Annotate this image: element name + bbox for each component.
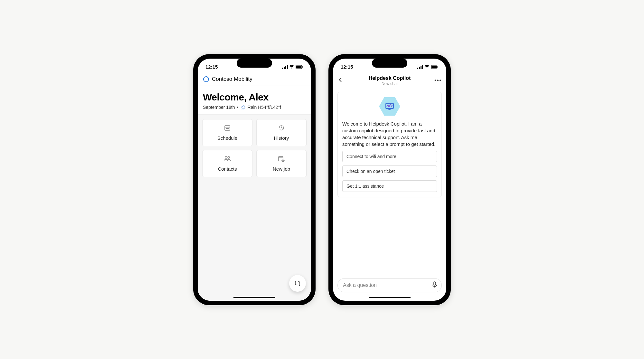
chat-header: Helpdesk Copilot New chat ••• — [333, 73, 446, 89]
phone-frame-right: 12:15 Helpdesk Copilot New chat ••• — [328, 54, 451, 305]
svg-rect-26 — [422, 65, 423, 69]
svg-point-13 — [226, 128, 227, 129]
screen-left: 12:15 Contoso Mobility Welcome, Alex Sep… — [198, 59, 311, 301]
copilot-avatar-icon — [379, 97, 400, 116]
svg-point-16 — [225, 156, 227, 158]
chat-body: Welcome to Helpdesk Copilot. I am a cust… — [333, 89, 446, 275]
microphone-icon — [432, 281, 438, 288]
chat-subtitle: New chat — [346, 81, 433, 86]
svg-rect-23 — [417, 68, 418, 69]
svg-rect-0 — [282, 68, 283, 69]
copilot-intro-text: Welcome to Helpdesk Copilot. I am a cust… — [342, 120, 437, 147]
svg-rect-2 — [285, 66, 286, 69]
tile-history[interactable]: History — [256, 119, 307, 146]
status-icons — [417, 65, 439, 69]
svg-rect-28 — [431, 66, 437, 68]
svg-point-17 — [228, 156, 230, 158]
notch — [372, 59, 407, 68]
cellular-icon — [282, 65, 288, 69]
home-indicator — [233, 297, 275, 298]
wifi-icon — [289, 65, 294, 69]
app-title: Contoso Mobility — [212, 76, 252, 82]
app-header: Contoso Mobility — [198, 73, 311, 86]
home-indicator — [369, 297, 411, 298]
tile-label: Contacts — [218, 166, 237, 172]
tile-label: Schedule — [217, 135, 238, 141]
new-job-icon — [278, 155, 285, 164]
welcome-title: Welcome, Alex — [203, 92, 306, 103]
svg-rect-24 — [419, 67, 420, 69]
cellular-icon — [417, 65, 423, 69]
prompt-assistance[interactable]: Get 1:1 assistance — [342, 180, 437, 192]
dot-separator: • — [237, 105, 239, 110]
svg-point-14 — [227, 128, 228, 129]
svg-rect-3 — [287, 65, 288, 69]
chat-input-field[interactable] — [343, 282, 429, 288]
notch — [237, 59, 272, 68]
tile-contacts[interactable]: Contacts — [202, 150, 252, 177]
copilot-intro-card: Welcome to Helpdesk Copilot. I am a cust… — [337, 92, 442, 197]
svg-rect-33 — [434, 282, 436, 285]
phone-frame-left: 12:15 Contoso Mobility Welcome, Alex Sep… — [193, 54, 316, 305]
back-button[interactable] — [337, 77, 346, 84]
svg-rect-5 — [296, 66, 302, 68]
history-icon — [278, 124, 285, 133]
status-time: 12:15 — [205, 64, 218, 70]
mic-button[interactable] — [432, 281, 438, 289]
more-button[interactable]: ••• — [433, 78, 442, 83]
status-time: 12:15 — [341, 64, 353, 70]
svg-rect-29 — [438, 66, 438, 68]
weather-text: Rain H54°f/L42°f — [248, 105, 281, 110]
svg-rect-6 — [302, 66, 303, 68]
copilot-icon — [294, 279, 301, 287]
welcome-date: September 18th — [203, 105, 235, 110]
ellipsis-icon: ••• — [434, 78, 442, 83]
svg-rect-25 — [421, 66, 421, 69]
prompt-wifi[interactable]: Connect to wifi and more — [342, 151, 437, 162]
chat-title-block: Helpdesk Copilot New chat — [346, 75, 433, 86]
status-icons — [282, 65, 303, 69]
welcome-subtext: September 18th • Rain H54°f/L42°f — [203, 105, 306, 110]
tile-grid: Schedule History Contacts — [202, 119, 307, 177]
wifi-icon — [424, 65, 430, 69]
tile-label: History — [274, 135, 289, 141]
prompt-ticket[interactable]: Check on an open ticket — [342, 165, 437, 177]
calendar-icon — [224, 124, 231, 133]
svg-point-15 — [228, 128, 229, 129]
welcome-block: Welcome, Alex September 18th • Rain H54°… — [198, 86, 311, 115]
battery-icon — [296, 65, 303, 69]
svg-line-9 — [243, 109, 243, 109]
tile-schedule[interactable]: Schedule — [202, 119, 252, 146]
weather-icon — [241, 105, 246, 110]
chat-title: Helpdesk Copilot — [346, 75, 433, 81]
battery-icon — [431, 65, 439, 69]
screen-right: 12:15 Helpdesk Copilot New chat ••• — [333, 59, 446, 301]
copilot-fab[interactable] — [289, 275, 306, 292]
svg-line-10 — [244, 109, 244, 109]
chat-input[interactable] — [337, 278, 442, 292]
svg-rect-1 — [284, 67, 285, 69]
svg-line-8 — [242, 109, 242, 109]
app-logo-icon — [203, 76, 209, 82]
home-body: Schedule History Contacts — [198, 115, 311, 301]
chevron-left-icon — [337, 77, 343, 83]
tile-new-job[interactable]: New job — [256, 150, 307, 177]
people-icon — [223, 155, 231, 164]
tile-label: New job — [273, 166, 290, 172]
